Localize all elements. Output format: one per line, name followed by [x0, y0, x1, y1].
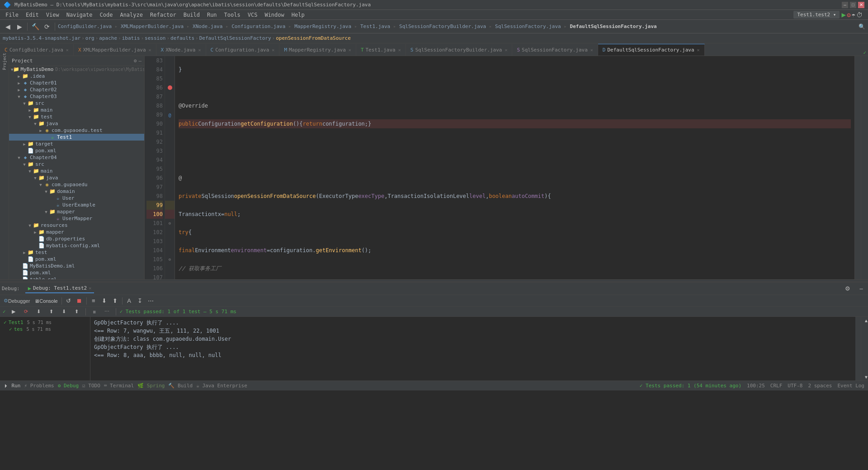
- tab-close-test1[interactable]: ✕: [398, 47, 401, 52]
- tree-src03[interactable]: ▼ 📁 src: [9, 100, 144, 107]
- cursor-position[interactable]: 100:25: [747, 383, 765, 389]
- tree-mapper04[interactable]: ▼ 📁 mapper: [9, 208, 144, 215]
- tab-close-xnode[interactable]: ✕: [198, 47, 201, 52]
- tab-configbuilder[interactable]: C ConfigBuilder.java ✕: [0, 44, 74, 56]
- bc-method[interactable]: openSessionFromDataSource: [276, 35, 351, 41]
- tree-target03[interactable]: ▶ 📁 target: [9, 141, 144, 147]
- bc-org[interactable]: org: [85, 35, 94, 41]
- java-enterprise-status[interactable]: ☕ Java Enterprise: [196, 383, 247, 389]
- toggle-test-tree[interactable]: ≡: [90, 307, 99, 316]
- bc-jar[interactable]: mybatis-3.5.4-snapshot.jar: [3, 35, 80, 41]
- tree-mybatisiml[interactable]: 📄 MyBatisDemo.iml: [9, 263, 144, 269]
- editor-scrollbar[interactable]: [854, 56, 861, 279]
- tab-close-configuration[interactable]: ✕: [272, 47, 274, 52]
- more-test-options[interactable]: ⬇: [59, 307, 69, 316]
- tree-test04[interactable]: ▶ 📁 test: [9, 249, 144, 256]
- tab-close-mapperregistry[interactable]: ✕: [349, 47, 351, 52]
- tab-close-ssf[interactable]: ✕: [590, 47, 593, 52]
- terminal-status[interactable]: ⌨ Terminal: [104, 383, 134, 389]
- minimize-button[interactable]: –: [842, 2, 848, 8]
- tree-chapter04[interactable]: ▼ ◆ Chapter04: [9, 154, 144, 161]
- tree-tablesql[interactable]: 📄 table.sql: [9, 276, 144, 279]
- close-button[interactable]: ✕: [858, 2, 864, 8]
- tree-domain[interactable]: ▼ 📁 domain: [9, 188, 144, 195]
- tree-pom04[interactable]: 📄 pom.xml: [9, 256, 144, 263]
- tab-defaultsqlsessionfactory[interactable]: D DefaultSqlSessionFactory.java ✕: [598, 44, 705, 56]
- sync-button[interactable]: ⟳: [42, 22, 52, 32]
- tree-pomroot[interactable]: 📄 pom.xml: [9, 269, 144, 276]
- tree-java04[interactable]: ▼ 📁 java: [9, 174, 144, 181]
- tree-test03[interactable]: ▼ 📁 test: [9, 113, 144, 120]
- tree-java03[interactable]: ▼ 📁 java: [9, 120, 144, 127]
- tree-main04[interactable]: ▼ 📁 main: [9, 168, 144, 174]
- bc-mapperregistry[interactable]: MapperRegistry.java: [294, 24, 351, 29]
- tree-com04[interactable]: ▼ ◉ com.gupaoedu: [9, 181, 144, 188]
- build-button[interactable]: 🔨: [30, 22, 40, 32]
- tab-configuration[interactable]: C Configuration.java ✕: [206, 44, 280, 56]
- build-status[interactable]: 🔨 Build: [168, 383, 193, 389]
- output-scrollbar[interactable]: [855, 317, 861, 381]
- bc-test1[interactable]: Test1.java: [360, 24, 390, 29]
- test-item-test1[interactable]: ✓ Test1 5 s 71 ms: [2, 319, 88, 326]
- todo-status[interactable]: ☑ TODO: [82, 383, 100, 389]
- menu-vcs[interactable]: VCS: [244, 11, 261, 19]
- tab-sqlsessionfactory[interactable]: S SqlSessionFactory.java ✕: [512, 44, 598, 56]
- menu-file[interactable]: File: [2, 11, 22, 19]
- menu-analyze[interactable]: Analyze: [116, 11, 146, 19]
- bc-ibatis[interactable]: ibatis: [122, 35, 140, 41]
- tree-userexample[interactable]: ☕ UserExample: [9, 202, 144, 208]
- tree-pom03[interactable]: 📄 pom.xml: [9, 147, 144, 154]
- export-button[interactable]: ↧: [135, 296, 145, 306]
- tab-xnode[interactable]: X XNode.java ✕: [156, 44, 206, 56]
- menu-edit[interactable]: Edit: [22, 11, 42, 19]
- menu-navigate[interactable]: Navigate: [63, 11, 96, 19]
- editor-area[interactable]: 83 84 85 86 87 88 89 90 91 92 93 94 95 9…: [145, 56, 861, 279]
- menu-build[interactable]: Build: [180, 11, 203, 19]
- coverage-button[interactable]: ☂: [852, 11, 855, 19]
- fold-marker-104[interactable]: ⊝: [169, 257, 171, 262]
- tree-com03[interactable]: ▶ ◉ com.gupaoedu.test: [9, 127, 144, 134]
- settings-tests-button[interactable]: ⬆: [72, 307, 82, 316]
- stop-button[interactable]: ⏹: [75, 296, 85, 306]
- debug-tab-test1test2[interactable]: ▶ Debug: Test1.test2 ✕: [25, 284, 94, 293]
- run-status[interactable]: ⏵ Run: [4, 383, 21, 389]
- tab-close-xmlmapper[interactable]: ✕: [149, 47, 151, 52]
- profile-button[interactable]: ⏱: [856, 11, 863, 19]
- spring-status[interactable]: 🌿 Spring: [137, 383, 165, 389]
- file-encoding[interactable]: UTF-8: [788, 383, 802, 389]
- indent-info[interactable]: 2 spaces: [808, 383, 832, 389]
- forward-button[interactable]: ▶: [14, 22, 24, 32]
- bc-dsf[interactable]: DefaultSqlSessionFactory: [199, 35, 271, 41]
- restore-layout-button[interactable]: ≡: [89, 296, 99, 306]
- debugger-tab[interactable]: ⚙ Debugger: [2, 296, 32, 306]
- code-content[interactable]: } @Override public Configuration getConf…: [175, 56, 854, 279]
- bc-session[interactable]: session: [145, 35, 165, 41]
- debug-settings-button[interactable]: ⚙: [843, 284, 853, 293]
- expand-all-button[interactable]: ⬇: [99, 296, 109, 306]
- tree-main03[interactable]: ▶ 📁 main: [9, 107, 144, 113]
- filter-tests-button[interactable]: ⬆: [47, 307, 57, 316]
- run-failed-button[interactable]: ⟳: [21, 307, 31, 316]
- search-everywhere[interactable]: 🔍: [859, 24, 865, 30]
- tree-usermapper[interactable]: ☕ UserMapper: [9, 215, 144, 222]
- bc-defaults[interactable]: defaults: [170, 35, 194, 41]
- project-icon[interactable]: Project: [1, 58, 8, 65]
- tree-mapperres[interactable]: ▶ 📁 mapper: [9, 229, 144, 235]
- tab-test1[interactable]: T Test1.java ✕: [356, 44, 406, 56]
- menu-help[interactable]: Help: [288, 11, 308, 19]
- tab-close-sfb[interactable]: ✕: [505, 47, 507, 52]
- tab-close-dssf[interactable]: ✕: [697, 47, 700, 52]
- menu-view[interactable]: View: [42, 11, 63, 19]
- collapse-all-button[interactable]: ⬆: [110, 296, 120, 306]
- tab-sessionfactorybuilder[interactable]: S SqlSessionFactoryBuilder.java ✕: [406, 44, 513, 56]
- maximize-button[interactable]: □: [850, 2, 856, 8]
- export-tests-button[interactable]: ⋯: [102, 307, 112, 316]
- debug-tab-close[interactable]: ✕: [89, 286, 91, 291]
- project-collapse-icon[interactable]: –: [138, 58, 142, 64]
- debug-run-button[interactable]: ⚙: [847, 11, 850, 19]
- bc-apache[interactable]: apache: [99, 35, 117, 41]
- tab-close-configbuilder[interactable]: ✕: [66, 47, 69, 52]
- bc-defaultsql[interactable]: DefaultSqlSessionFactory.java: [570, 24, 657, 29]
- test-sub-tes[interactable]: ✓ tes 5 s 71 ms: [2, 326, 88, 332]
- tab-xmlmapper[interactable]: X XMLMapperBuilder.java ✕: [74, 44, 156, 56]
